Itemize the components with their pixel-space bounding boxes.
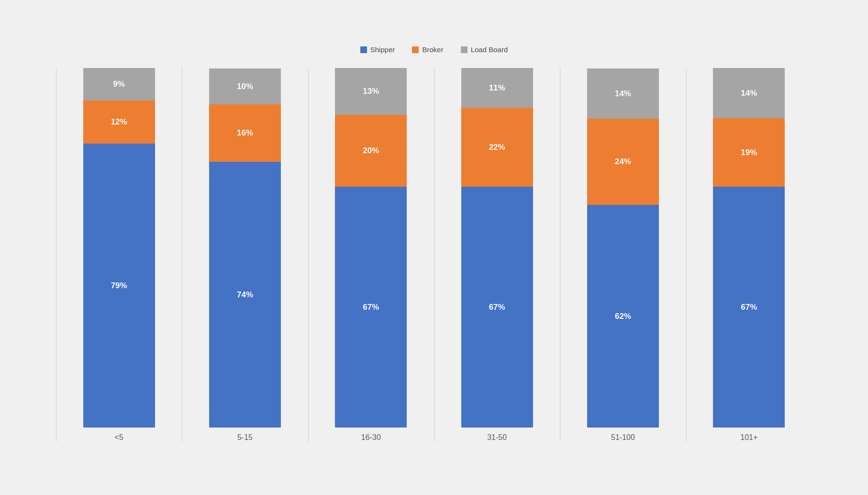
bar-segment-broker: 20% [335,115,407,187]
bar-stack: 62%24%14% [587,68,659,428]
legend-item-load-board: Load Board [461,45,508,54]
bar-segment-shipper: 67% [461,187,533,428]
bar-label-bottom: 5-15 [237,433,253,442]
bar-segment-label-shipper: 79% [111,281,127,291]
bar-label-bottom: 101+ [740,433,757,442]
bar-group-<5: 79%12%9%<5 [56,68,182,442]
bar-segment-loadboard: 9% [83,68,155,101]
bar-group-51-100: 62%24%14%51-100 [560,68,686,442]
bar-segment-loadboard: 10% [209,68,281,104]
chart-container: ShipperBrokerLoad Board 79%12%9%<574%16%… [27,18,841,477]
legend-item-shipper: Shipper [360,45,395,54]
bar-group-101+: 67%19%14%101+ [686,68,812,442]
bar-group-31-50: 67%22%11%31-50 [434,68,560,442]
bar-segment-broker: 12% [83,101,155,144]
bar-segment-shipper: 67% [335,187,407,428]
bar-stack: 67%20%13% [335,68,407,428]
bar-segment-shipper: 74% [209,162,281,428]
bar-segment-shipper: 79% [83,144,155,428]
bar-segment-loadboard: 14% [713,68,785,118]
bar-stack: 79%12%9% [83,68,155,428]
bar-segment-label-loadboard: 10% [237,82,253,91]
legend-swatch [461,46,467,53]
bar-segment-label-loadboard: 14% [615,89,631,99]
legend: ShipperBrokerLoad Board [56,45,812,54]
bar-segment-loadboard: 13% [335,68,407,115]
bar-segment-broker: 22% [461,108,533,187]
legend-label: Load Board [471,45,508,54]
bar-segment-label-shipper: 67% [489,303,505,312]
legend-label: Shipper [370,45,395,54]
bar-segment-loadboard: 11% [461,68,533,108]
bar-segment-shipper: 62% [587,205,659,428]
bar-segment-loadboard: 14% [587,68,659,119]
bar-segment-label-loadboard: 9% [113,79,125,89]
bar-segment-label-shipper: 62% [615,312,631,321]
bars-row: 79%12%9%<574%16%10%5-1567%20%13%16-3067%… [56,68,812,442]
bar-segment-label-broker: 24% [615,157,631,167]
bar-segment-broker: 16% [209,104,281,162]
bar-segment-label-loadboard: 11% [489,83,505,93]
bar-segment-label-broker: 20% [363,146,379,156]
legend-item-broker: Broker [412,45,443,54]
bar-segment-shipper: 67% [713,187,785,428]
bar-stack: 67%22%11% [461,68,533,428]
legend-swatch [360,46,367,53]
bar-segment-broker: 19% [713,118,785,187]
bar-segment-label-shipper: 67% [741,303,757,312]
bar-label-bottom: <5 [115,433,123,442]
bar-segment-label-loadboard: 14% [741,89,757,98]
bar-segment-label-broker: 16% [237,128,253,138]
bar-stack: 74%16%10% [209,68,281,428]
bar-label-bottom: 16-30 [361,433,381,442]
bar-segment-label-broker: 22% [489,143,505,152]
legend-swatch [412,46,419,53]
bar-segment-broker: 24% [587,119,659,205]
bar-segment-label-shipper: 67% [363,303,379,312]
bar-segment-label-shipper: 74% [237,290,253,300]
bar-stack: 67%19%14% [713,68,785,428]
legend-label: Broker [422,45,443,54]
bar-segment-label-loadboard: 13% [363,87,379,96]
bar-segment-label-broker: 19% [741,148,757,158]
bar-segment-label-broker: 12% [111,117,127,127]
bar-label-bottom: 51-100 [611,433,635,442]
bar-group-5-15: 74%16%10%5-15 [182,68,308,442]
bar-label-bottom: 31-50 [487,433,507,442]
chart-area: 79%12%9%<574%16%10%5-1567%20%13%16-3067%… [56,68,812,442]
bar-group-16-30: 67%20%13%16-30 [308,68,434,442]
